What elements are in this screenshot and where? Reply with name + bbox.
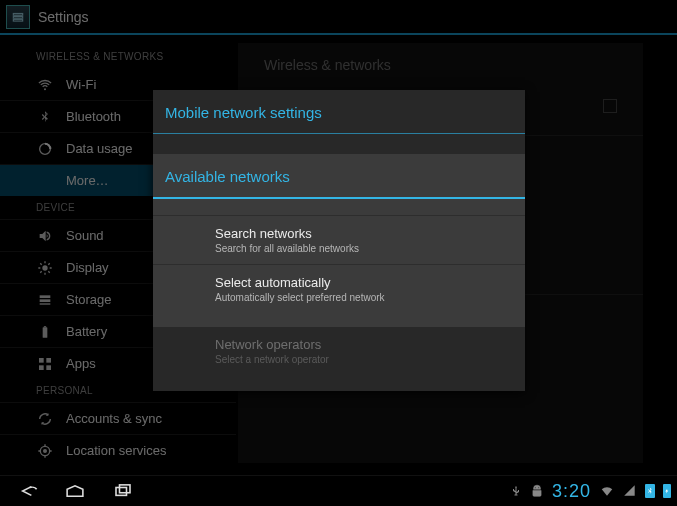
- svg-rect-16: [116, 488, 127, 496]
- dialog-item-title: Network operators: [215, 337, 513, 352]
- dialog-item-title: Search networks: [215, 226, 513, 241]
- bluetooth-status-icon: [645, 484, 655, 498]
- svg-point-18: [535, 487, 536, 488]
- clock: 3:20: [552, 481, 591, 502]
- svg-rect-17: [120, 485, 131, 493]
- dialog-item-select-automatically[interactable]: Select automatically Automatically selec…: [153, 264, 525, 313]
- home-button[interactable]: [62, 481, 88, 501]
- dialog-item-sub: Search for all available networks: [215, 243, 513, 254]
- dialog-item-title: Select automatically: [215, 275, 513, 290]
- system-bar: 3:20: [0, 475, 677, 506]
- back-button[interactable]: [14, 481, 40, 501]
- android-debug-icon: [530, 484, 544, 498]
- dialog-title: Mobile network settings: [153, 90, 525, 133]
- usb-icon: [510, 484, 522, 498]
- recent-apps-button[interactable]: [110, 481, 136, 501]
- dialog-item-sub: Automatically select preferred network: [215, 292, 513, 303]
- dialog-item-sub: Select a network operator: [215, 354, 513, 365]
- svg-point-19: [538, 487, 539, 488]
- wifi-status-icon: [599, 484, 615, 498]
- dialog-item-network-operators[interactable]: Network operators Select a network opera…: [153, 327, 525, 375]
- battery-status-icon: [663, 484, 671, 498]
- dialog-section-title: Available networks: [153, 154, 525, 197]
- dialog-available-networks: Mobile network settings Available networ…: [153, 90, 525, 391]
- signal-status-icon: [623, 484, 637, 498]
- dialog-item-search-networks[interactable]: Search networks Search for all available…: [153, 215, 525, 264]
